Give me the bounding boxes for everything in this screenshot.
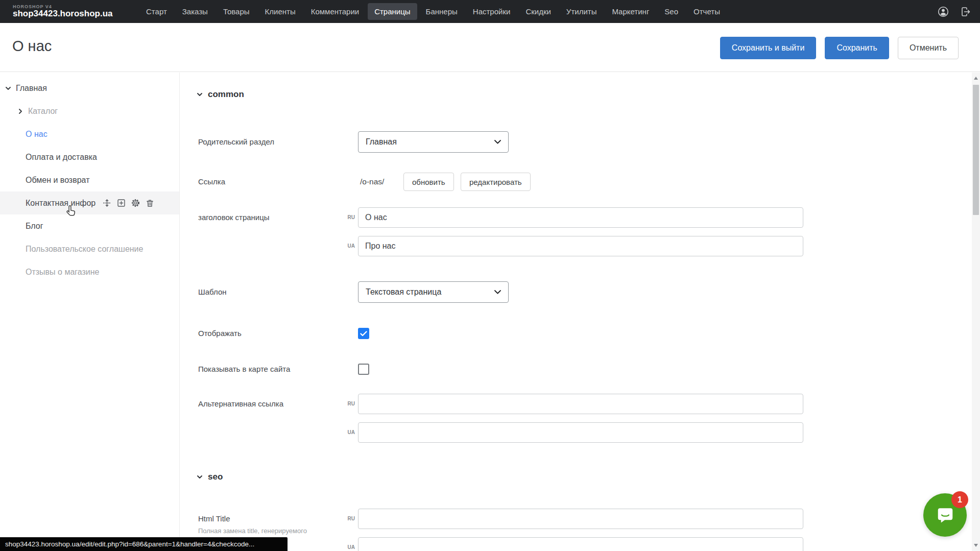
tree-item-glavnaya[interactable]: Главная	[0, 77, 179, 100]
selected-value: Главная	[366, 137, 397, 147]
status-url: shop34423.horoshop.ua/edit/edit.php?id=6…	[5, 540, 254, 548]
chevron-down-icon	[197, 91, 203, 98]
section-title: seo	[208, 472, 223, 482]
link-update-button[interactable]: обновить	[403, 173, 454, 191]
chat-icon	[934, 504, 957, 527]
lang-ru-badge: RU	[339, 214, 355, 220]
lang-ua-badge: UA	[339, 429, 355, 435]
settings-gear-icon[interactable]	[131, 198, 140, 208]
alt-link-ru-input[interactable]	[358, 394, 803, 414]
nav-item-utilities[interactable]: Утилиты	[560, 3, 604, 20]
page-title-ua-input[interactable]	[358, 236, 803, 256]
tree-item-label: Главная	[16, 84, 47, 93]
template-row: Шаблон Текстовая страница	[180, 281, 972, 303]
tree-item-label: Обмен и возврат	[26, 176, 89, 185]
link-path: /o-nas/	[360, 173, 384, 191]
tree-item-o-nas[interactable]: О нас	[0, 123, 179, 146]
tree-item-label: Контактная инфор	[26, 199, 95, 208]
page-title-ru-input[interactable]	[358, 207, 803, 228]
tree-item-blog[interactable]: Блог	[0, 214, 179, 237]
tree-item-soglashenie[interactable]: Пользовательское соглашение	[0, 237, 179, 260]
cancel-button[interactable]: Отменить	[898, 37, 959, 59]
nav-item-reports[interactable]: Отчеты	[687, 3, 727, 20]
scrollbar-thumb[interactable]	[973, 85, 979, 215]
top-nav: HOROSHOP V4 shop34423.horoshop.ua Старт …	[0, 0, 980, 23]
nav-item-products[interactable]: Товары	[217, 3, 256, 20]
html-title-ua-input[interactable]	[358, 537, 803, 551]
tree-item-obmen[interactable]: Обмен и возврат	[0, 169, 179, 191]
display-checkbox[interactable]	[358, 328, 369, 339]
parent-section-select[interactable]: Главная	[358, 131, 509, 153]
tree-item-label: Оплата и доставка	[26, 153, 97, 162]
lang-ru-badge: RU	[339, 401, 355, 406]
display-row: Отображать	[180, 328, 972, 339]
link-label: Ссылка	[198, 173, 225, 191]
nav-item-marketing[interactable]: Маркетинг	[605, 3, 656, 20]
section-seo-header[interactable]: seo	[197, 472, 223, 482]
chevron-down-icon[interactable]	[5, 85, 11, 91]
section-common-header[interactable]: common	[197, 89, 244, 100]
logout-icon[interactable]	[960, 6, 972, 18]
lang-ua-badge: UA	[339, 544, 355, 550]
save-and-exit-button[interactable]: Сохранить и выйти	[720, 37, 817, 59]
tree-item-label: Каталог	[28, 107, 58, 116]
parent-section-label: Родительский раздел	[198, 131, 274, 153]
nav-item-settings[interactable]: Настройки	[466, 3, 517, 20]
chevron-down-icon	[197, 474, 203, 480]
tree-item-label: О нас	[26, 130, 47, 139]
link-edit-button[interactable]: редактировать	[461, 173, 531, 191]
nav-item-clients[interactable]: Клиенты	[258, 3, 302, 20]
nav-item-comments[interactable]: Комментарии	[304, 3, 366, 20]
selected-value: Текстовая страница	[366, 288, 441, 297]
scroll-down-icon[interactable]	[974, 544, 978, 547]
html-title-row: Html Title Полная замена title, генериру…	[180, 509, 972, 551]
nav-item-banners[interactable]: Баннеры	[419, 3, 464, 20]
tree-item-oplata[interactable]: Оплата и доставка	[0, 146, 179, 169]
nav-item-start[interactable]: Старт	[139, 3, 174, 20]
sitemap-checkbox[interactable]	[358, 364, 369, 375]
tree-item-katalog[interactable]: Каталог	[0, 100, 179, 123]
page-title-row: заголовок страницы RU UA	[180, 207, 972, 256]
page-edit-form: common Родительский раздел Главная Ссылк…	[180, 73, 972, 551]
nav-item-orders[interactable]: Заказы	[176, 3, 214, 20]
header-buttons: Сохранить и выйти Сохранить Отменить	[720, 37, 959, 59]
page-header: О нас Сохранить и выйти Сохранить Отмени…	[0, 23, 980, 72]
page-title-label: заголовок страницы	[198, 207, 270, 228]
chat-unread-badge: 1	[951, 491, 968, 508]
scroll-up-icon[interactable]	[974, 77, 978, 80]
chat-widget-button[interactable]: 1	[923, 493, 967, 537]
section-title: common	[208, 89, 244, 100]
lang-ru-badge: RU	[339, 516, 355, 521]
page-title: О нас	[12, 38, 52, 55]
add-page-icon[interactable]	[116, 198, 126, 208]
alt-link-label: Альтернативная ссылка	[198, 394, 283, 414]
nav-item-discounts[interactable]: Скидки	[519, 3, 557, 20]
html-title-label: Html Title	[198, 509, 230, 529]
alt-link-ua-input[interactable]	[358, 422, 803, 443]
tree-item-actions	[102, 198, 155, 208]
lang-ua-badge: UA	[339, 243, 355, 249]
logo[interactable]: HOROSHOP V4 shop34423.horoshop.ua	[13, 5, 139, 18]
template-select[interactable]: Текстовая страница	[358, 281, 509, 303]
nav-item-seo[interactable]: Seo	[658, 3, 685, 20]
select-chevron-icon	[494, 140, 501, 144]
alt-link-row: Альтернативная ссылка RU UA	[180, 394, 972, 443]
delete-trash-icon[interactable]	[145, 198, 155, 208]
nav-item-pages[interactable]: Страницы	[368, 3, 417, 20]
tree-item-label: Отзывы о магазине	[26, 268, 100, 277]
select-chevron-icon	[494, 290, 501, 294]
logo-shop-name: shop34423.horoshop.ua	[13, 9, 139, 18]
chevron-right-icon[interactable]	[17, 108, 23, 114]
vertical-scrollbar[interactable]	[972, 73, 980, 551]
account-icon[interactable]	[937, 6, 949, 18]
save-button[interactable]: Сохранить	[825, 37, 889, 59]
tree-item-kontaktnaya[interactable]: Контактная инфор	[0, 191, 179, 214]
tree-item-label: Пользовательское соглашение	[26, 245, 143, 254]
html-title-ru-input[interactable]	[358, 509, 803, 529]
drag-move-icon[interactable]	[102, 198, 112, 208]
tree-item-otzyvy[interactable]: Отзывы о магазине	[0, 260, 179, 283]
html-title-hint: Полная замена title, генерируемого	[198, 527, 307, 535]
nav-right-icons	[937, 6, 972, 18]
parent-section-row: Родительский раздел Главная	[180, 131, 972, 153]
checkmark-icon	[360, 331, 367, 337]
